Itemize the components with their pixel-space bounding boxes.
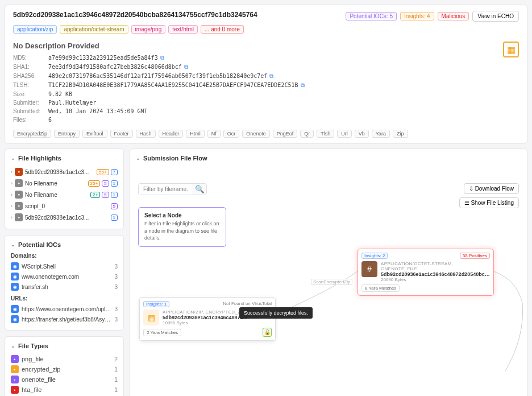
onenote-icon: # (361, 261, 377, 277)
select-node-hint: Select a Node Filter in File Highlights … (138, 207, 226, 247)
analysis-tag[interactable]: Header (159, 130, 184, 138)
search-button[interactable]: 🔍 (193, 184, 206, 195)
chevron-down-icon: ⌄ (11, 242, 15, 248)
analysis-tag[interactable]: Tlsh (317, 130, 334, 138)
ioc-row[interactable]: ◉transfer.sh3 (11, 282, 118, 292)
potential-iocs-badge[interactable]: Potential IOCs: 5 (346, 12, 397, 20)
file-types-panel: ⌄File Types ▪png_file2▪encrypted_zip1▪on… (5, 336, 124, 396)
analysis-tag[interactable]: Yara (372, 130, 390, 138)
file-highlight-row[interactable]: ›▪5db92cd20938e1ac1c3...1 (11, 212, 118, 223)
globe-icon: ◉ (11, 315, 19, 323)
chevron-right-icon: › (11, 169, 13, 175)
file-hash-title: 5db92cd20938e1ac1c3946c48972d20540bcba82… (13, 11, 257, 19)
file-highlight-row[interactable]: ›▪No Filename25+51 (11, 178, 118, 189)
analysis-tag[interactable]: EncryptedZip (13, 130, 51, 138)
flow-canvas[interactable]: 🔍 ⇩ Download Flow ☰ Show File Listing Se… (130, 178, 527, 396)
file-highlights-title[interactable]: ⌄File Highlights (11, 155, 118, 162)
filter-search: 🔍 (138, 183, 207, 195)
filetype-icon: ▪ (11, 376, 19, 383)
copy-icon[interactable]: ⧉ (269, 73, 273, 80)
tag-text-html[interactable]: text/html (168, 25, 198, 34)
chevron-right-icon: › (11, 180, 13, 186)
copy-icon[interactable]: ⧉ (160, 55, 164, 61)
tag-image-png[interactable]: image/png (131, 25, 166, 34)
copy-icon[interactable]: ⧉ (301, 82, 305, 89)
flow-title[interactable]: ⌄Submission File Flow (136, 155, 207, 162)
file-header: 5db92cd20938e1ac1c3946c48972d20540bcba82… (5, 5, 527, 144)
analysis-tags-row: EncryptedZipEntropyExiftoolFooterHashHea… (13, 130, 519, 138)
chevron-down-icon: ⌄ (11, 343, 15, 349)
globe-icon: ◉ (11, 262, 19, 270)
analysis-tag[interactable]: Nf (207, 130, 221, 138)
analysis-tag[interactable]: Qr (300, 130, 314, 138)
ioc-row[interactable]: ◉https://transfer.sh/get/euf3b8/AsyncCli… (11, 314, 118, 324)
flow-node-onenote[interactable]: Insights: 2 38 Positives # APPLICATION/O… (358, 249, 494, 296)
download-flow-button[interactable]: ⇩ Download Flow (464, 183, 519, 194)
potential-iocs-panel: ⌄Potential IOCs Domains: ◉WScript.Shell3… (5, 235, 124, 331)
flow-node-zip[interactable]: Insights: 1 Not Found on VirusTotal ▦ AP… (139, 297, 276, 341)
analysis-tag[interactable]: Exiftool (82, 130, 107, 138)
chevron-down-icon: ⌄ (11, 155, 15, 161)
view-in-echo-button[interactable]: View in ECHO (472, 11, 519, 22)
file-icon: ▪ (15, 202, 23, 210)
file-type-row[interactable]: ▪encrypted_zip1 (11, 364, 118, 374)
file-type-row[interactable]: ▪hta_file1 (11, 385, 118, 395)
submission-file-flow-panel: ⌄Submission File Flow 🔍 ⇩ Download Flow … (130, 148, 527, 396)
chevron-right-icon: › (11, 192, 13, 197)
analysis-tag[interactable]: PngEof (273, 130, 298, 138)
tag-application-zip[interactable]: application/zip (13, 25, 57, 34)
analysis-tag[interactable]: Zip (393, 130, 408, 138)
filter-input[interactable] (139, 184, 193, 195)
chevron-right-icon: › (11, 214, 13, 220)
filetype-icon: ▪ (11, 386, 19, 394)
analysis-tag[interactable]: Vb (355, 130, 369, 138)
filetype-icon: ▪ (11, 355, 19, 363)
file-icon: ▪ (15, 213, 23, 221)
filetype-icon: ▪ (11, 365, 19, 373)
file-icon: ▪ (15, 168, 23, 176)
file-type-icon: ▦ (503, 42, 519, 57)
ioc-row[interactable]: ◉WScript.Shell3 (11, 261, 118, 271)
show-file-listing-button[interactable]: ☰ Show File Listing (459, 197, 519, 208)
file-icon: ▪ (15, 179, 23, 187)
globe-icon: ◉ (11, 283, 19, 291)
ioc-row[interactable]: ◉https://www.onenotegem.com/uploads/soft… (11, 304, 118, 314)
decrypt-success-icon[interactable]: 🔓 (263, 328, 272, 337)
analysis-tag[interactable]: Onenote (242, 130, 270, 138)
file-type-row[interactable]: ▪png_file2 (11, 354, 118, 364)
analysis-tag[interactable]: Footer (110, 130, 133, 138)
analysis-tag[interactable]: Hash (136, 130, 156, 138)
insights-badge[interactable]: Insights: 4 (400, 12, 434, 20)
chevron-right-icon: › (11, 203, 13, 209)
decrypt-tooltip: Successfully decrypted files. (239, 307, 313, 319)
analysis-tag[interactable]: Html (186, 130, 205, 138)
file-types-title[interactable]: ⌄File Types (11, 343, 118, 349)
potential-iocs-title[interactable]: ⌄Potential IOCs (11, 241, 118, 248)
file-type-row[interactable]: ▪onenote_file1 (11, 374, 118, 385)
analysis-tag[interactable]: Ocr (223, 130, 240, 138)
copy-icon[interactable]: ⧉ (184, 64, 188, 71)
globe-icon: ◉ (11, 273, 19, 280)
analysis-tag[interactable]: Entropy (54, 130, 80, 138)
zip-icon: ▦ (143, 310, 159, 325)
malicious-badge[interactable]: Malicious (438, 12, 469, 20)
ioc-row[interactable]: ◉www.onenotegem.com3 (11, 271, 118, 282)
file-highlight-row[interactable]: ›▪5db92cd20938e1ac1c3...55+7 (11, 166, 118, 178)
analysis-tag[interactable]: Url (337, 130, 352, 138)
file-highlight-row[interactable]: ›▪script_05 (11, 200, 118, 212)
chevron-down-icon: ⌄ (136, 155, 140, 161)
file-icon: ▪ (15, 191, 23, 199)
file-highlights-panel: ⌄File Highlights ›▪5db92cd20938e1ac1c3..… (5, 148, 124, 229)
tag-more[interactable]: ... and 0 more (201, 25, 244, 34)
file-highlight-row[interactable]: ›▪No Filename2+51 (11, 189, 118, 200)
metadata-table: MD5:a7e99d99c1332a239125ead5de5a84f3⧉ SH… (13, 53, 305, 124)
tag-application-octet[interactable]: application/octet-stream (60, 25, 128, 34)
globe-icon: ◉ (11, 305, 19, 313)
description-title: No Description Provided (13, 42, 305, 50)
edge-label: ScanEncryptedZip (311, 279, 352, 285)
